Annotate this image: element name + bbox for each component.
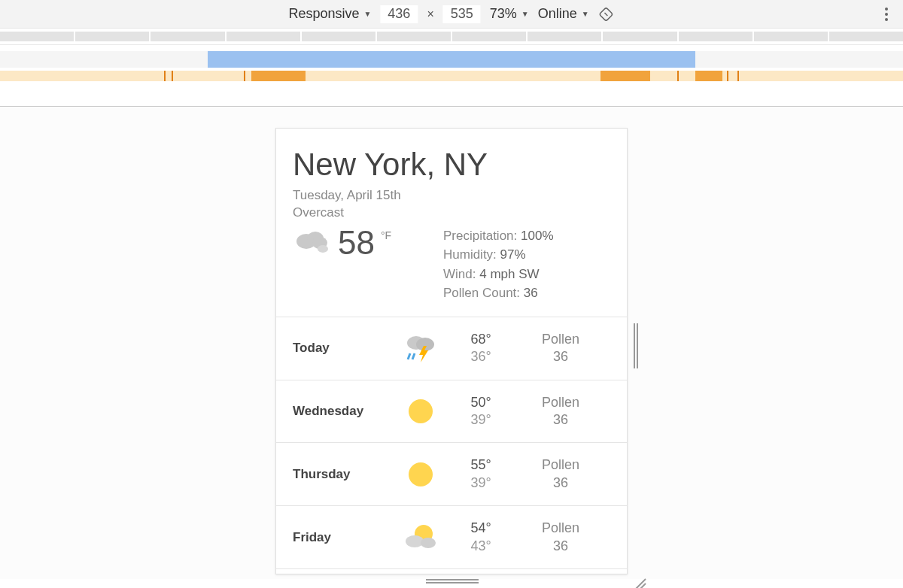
current-temp: 58 — [338, 226, 375, 259]
more-options-icon[interactable] — [885, 8, 888, 21]
pollen-label: Pollen Count: — [443, 286, 520, 300]
resize-handle-right[interactable] — [634, 323, 641, 368]
location-title: New York, NY — [293, 147, 610, 183]
humidity-label: Humidity: — [443, 247, 497, 262]
forecast-day: Thursday — [293, 467, 391, 482]
weather-details: Precipitation: 100% Humidity: 97% Wind: … — [443, 226, 610, 303]
forecast-pollen-value: 36 — [511, 348, 610, 365]
sunny-icon — [391, 459, 451, 490]
partly-cloudy-icon — [391, 522, 451, 553]
thunder-rain-icon — [391, 332, 451, 364]
forecast-low: 43° — [451, 538, 511, 555]
forecast-row: Thursday55°39°Pollen36 — [276, 443, 627, 506]
wind-label: Wind: — [443, 267, 476, 281]
date-label: Tuesday, April 15th — [293, 187, 610, 205]
forecast-row: Friday54°43°Pollen36 — [276, 506, 627, 569]
viewport-height-input[interactable] — [443, 5, 481, 23]
resize-handle-corner[interactable] — [632, 576, 647, 588]
forecast-low: 36° — [451, 348, 511, 365]
forecast-low: 39° — [451, 474, 511, 492]
weather-card: New York, NY Tuesday, April 15th Overcas… — [276, 129, 627, 317]
forecast-high: 55° — [451, 456, 511, 474]
forecast-pollen: Pollen36 — [511, 456, 610, 492]
forecast-temps: 55°39° — [451, 456, 511, 492]
forecast-pollen-label: Pollen — [511, 456, 610, 474]
sunny-icon — [391, 396, 451, 427]
svg-point-5 — [318, 245, 328, 253]
chevron-down-icon: ▼ — [363, 10, 371, 18]
device-toolbar: Responsive ▼ × 73% ▼ Online ▼ — [0, 0, 903, 29]
timeline-track-blue — [0, 51, 903, 68]
resize-handle-bottom[interactable] — [426, 579, 479, 586]
forecast-high: 68° — [451, 331, 511, 348]
wind-value: 4 mph SW — [479, 267, 539, 281]
svg-point-7 — [416, 338, 434, 351]
rotate-icon[interactable] — [598, 6, 615, 23]
svg-line-10 — [412, 353, 415, 359]
forecast-pollen-label: Pollen — [511, 520, 610, 537]
forecast-pollen-label: Pollen — [511, 394, 610, 411]
zoom-dropdown[interactable]: 73% ▼ — [490, 6, 529, 22]
svg-line-9 — [408, 353, 410, 359]
forecast-temps: 68°36° — [451, 331, 511, 366]
zoom-label: 73% — [490, 6, 517, 22]
forecast-day: Today — [293, 341, 391, 356]
device-mode-dropdown[interactable]: Responsive ▼ — [288, 6, 371, 22]
temp-unit: °F — [381, 229, 391, 241]
forecast-pollen-value: 36 — [511, 411, 610, 429]
svg-point-12 — [409, 462, 433, 486]
forecast-temps: 50°39° — [451, 394, 511, 429]
forecast-pollen: Pollen36 — [511, 331, 610, 366]
forecast-pollen-value: 36 — [511, 474, 610, 492]
forecast-day: Friday — [293, 530, 391, 545]
timeline-track-orange — [0, 71, 903, 81]
forecast-pollen-value: 36 — [511, 538, 610, 555]
forecast-pollen: Pollen36 — [511, 394, 610, 429]
humidity-value: 97% — [500, 247, 526, 262]
forecast-low: 39° — [451, 411, 511, 429]
svg-point-14 — [406, 535, 424, 547]
forecast-row: Today68°36°Pollen36 — [276, 317, 627, 380]
forecast-row: Saturday64°46°Pollen36 — [276, 569, 627, 574]
network-label: Online — [538, 6, 577, 22]
forecast-high: 50° — [451, 394, 511, 411]
forecast-high: 54° — [451, 520, 511, 537]
breakpoint-ruler[interactable] — [0, 29, 903, 45]
chevron-down-icon: ▼ — [521, 10, 529, 18]
precip-label: Precipitation: — [443, 229, 517, 243]
device-viewport: New York, NY Tuesday, April 15th Overcas… — [275, 128, 628, 574]
dimension-separator: × — [427, 8, 433, 21]
svg-line-1 — [605, 13, 608, 16]
forecast-temps: 54°43° — [451, 520, 511, 555]
condition-label: Overcast — [293, 205, 610, 222]
forecast-pollen: Pollen36 — [511, 520, 610, 555]
network-dropdown[interactable]: Online ▼ — [538, 6, 589, 22]
svg-line-21 — [635, 579, 646, 588]
device-mode-label: Responsive — [288, 6, 359, 22]
device-area: New York, NY Tuesday, April 15th Overcas… — [0, 107, 903, 579]
forecast-row: Wednesday50°39°Pollen36 — [276, 380, 627, 444]
viewport-width-input[interactable] — [380, 5, 418, 23]
precip-value: 100% — [521, 229, 553, 243]
forecast-list: Today68°36°Pollen36Wednesday50°39°Pollen… — [276, 317, 627, 574]
cloud-icon — [293, 226, 332, 256]
forecast-pollen-label: Pollen — [511, 331, 610, 348]
pollen-value: 36 — [524, 286, 538, 300]
timeline-tracks[interactable] — [0, 45, 903, 107]
svg-point-11 — [409, 399, 433, 423]
chevron-down-icon: ▼ — [582, 10, 589, 18]
forecast-day: Wednesday — [293, 404, 391, 419]
svg-point-15 — [421, 538, 436, 548]
